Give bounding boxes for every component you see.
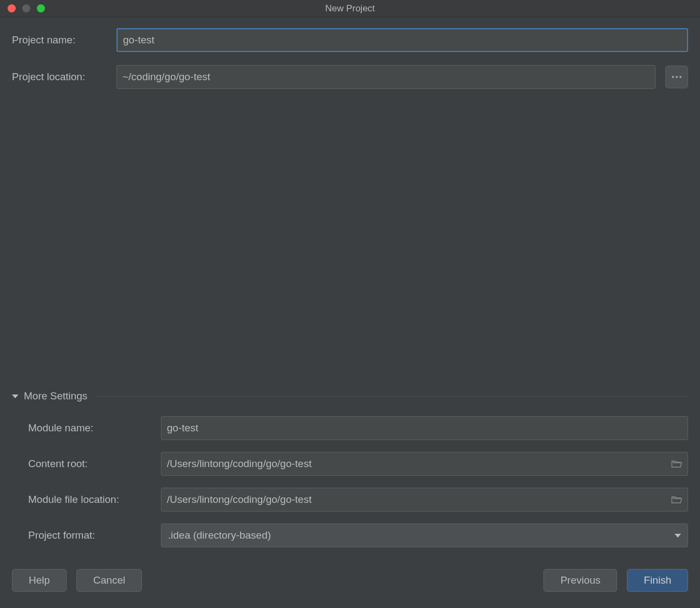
content-root-label: Content root: (28, 458, 161, 470)
chevron-down-icon (675, 534, 681, 538)
project-location-label: Project location: (12, 71, 107, 83)
project-format-label: Project format: (28, 529, 161, 541)
more-settings-title: More Settings (24, 390, 87, 402)
project-form: Project name: Project location: (12, 28, 688, 89)
content-root-row: Content root: /Users/lintong/coding/go/g… (28, 452, 688, 476)
project-format-select[interactable]: .idea (directory-based) (161, 523, 688, 547)
dialog-buttons: Help Cancel Previous Finish (12, 547, 688, 608)
maximize-window-button[interactable] (37, 4, 45, 12)
project-format-row: Project format: .idea (directory-based) (28, 523, 688, 547)
module-file-location-value: /Users/lintong/coding/go/go-test (167, 494, 671, 506)
module-file-location-row: Module file location: /Users/lintong/cod… (28, 488, 688, 512)
module-name-label: Module name: (28, 422, 161, 434)
window-title: New Project (325, 3, 375, 14)
project-name-input[interactable] (116, 28, 688, 52)
previous-button[interactable]: Previous (543, 569, 617, 592)
browse-location-button[interactable] (665, 66, 688, 88)
content-root-value: /Users/lintong/coding/go/go-test (167, 458, 671, 470)
disclosure-triangle-icon (12, 394, 18, 398)
more-settings-rows: Module name: Content root: /Users/linton… (12, 416, 688, 547)
section-divider (97, 396, 688, 397)
cancel-button[interactable]: Cancel (76, 569, 142, 592)
folder-open-icon[interactable] (671, 460, 682, 468)
project-location-row: Project location: (12, 65, 688, 89)
project-location-input[interactable] (116, 65, 656, 89)
project-name-label: Project name: (12, 34, 107, 46)
content-root-input[interactable]: /Users/lintong/coding/go/go-test (161, 452, 688, 476)
dialog-content: Project name: Project location: More Set… (0, 17, 700, 608)
module-file-location-label: Module file location: (28, 494, 161, 506)
more-settings-header[interactable]: More Settings (12, 390, 688, 402)
help-button[interactable]: Help (12, 569, 67, 592)
module-file-location-input[interactable]: /Users/lintong/coding/go/go-test (161, 488, 688, 512)
module-name-row: Module name: (28, 416, 688, 440)
more-settings-section: More Settings Module name: Content root:… (12, 390, 688, 547)
project-name-row: Project name: (12, 28, 688, 52)
module-name-input[interactable] (161, 416, 688, 440)
titlebar: New Project (0, 0, 700, 17)
folder-open-icon[interactable] (671, 495, 682, 504)
finish-button[interactable]: Finish (627, 569, 688, 592)
minimize-window-button[interactable] (22, 4, 30, 12)
project-format-value: .idea (directory-based) (168, 529, 675, 541)
close-window-button[interactable] (8, 4, 16, 12)
window-controls (0, 4, 45, 12)
ellipsis-icon (672, 76, 682, 78)
